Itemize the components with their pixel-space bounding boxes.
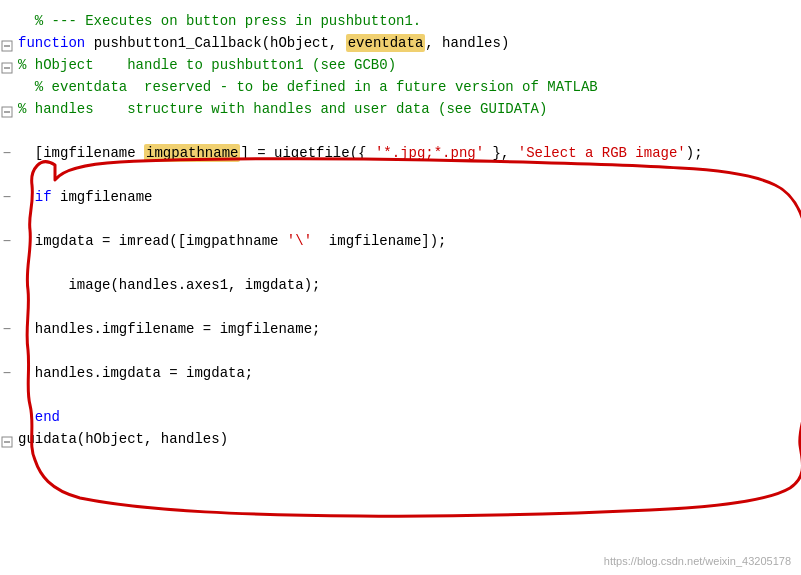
fold-indicator: – bbox=[0, 186, 14, 208]
fold-indicator bbox=[0, 32, 14, 54]
code-line: % eventdata reserved - to be defined in … bbox=[0, 76, 801, 98]
line-content: imgdata = imread([imgpathname '\' imgfil… bbox=[14, 230, 801, 252]
code-token: % handles structure with handles and use… bbox=[18, 101, 547, 117]
code-token: imgdata = imread([imgpathname bbox=[35, 233, 287, 249]
code-token: , handles) bbox=[425, 35, 509, 51]
code-token: image(handles.axes1, imgdata); bbox=[68, 277, 320, 293]
code-token: '*.jpg;*.png' bbox=[366, 145, 492, 161]
code-line: – handles.imgfilename = imgfilename; bbox=[0, 318, 801, 340]
code-line bbox=[0, 296, 801, 318]
code-line bbox=[0, 164, 801, 186]
code-line: function pushbutton1_Callback(hObject, e… bbox=[0, 32, 801, 54]
code-line: end bbox=[0, 406, 801, 428]
code-token: handles.imgfilename = imgfilename; bbox=[35, 321, 321, 337]
code-token: [imgfilename bbox=[35, 145, 144, 161]
code-line: – [imgfilename imgpathname] = uigetfile(… bbox=[0, 142, 801, 164]
line-content: if imgfilename bbox=[14, 186, 801, 208]
code-line bbox=[0, 384, 801, 406]
code-token: imgfilename]); bbox=[320, 233, 446, 249]
code-token: guidata(hObject, handles) bbox=[18, 431, 228, 447]
line-content: % eventdata reserved - to be defined in … bbox=[14, 76, 801, 98]
line-content: handles.imgfilename = imgfilename; bbox=[14, 318, 801, 340]
code-token: ] = uigetfile({ bbox=[240, 145, 366, 161]
fold-indicator: – bbox=[0, 142, 14, 164]
code-line: – if imgfilename bbox=[0, 186, 801, 208]
code-line bbox=[0, 208, 801, 230]
line-content: % handles structure with handles and use… bbox=[14, 98, 801, 120]
line-content: end bbox=[14, 406, 801, 428]
fold-indicator: – bbox=[0, 230, 14, 252]
code-editor: % --- Executes on button press in pushbu… bbox=[0, 0, 801, 575]
code-token: % hObject handle to pushbutton1 (see GCB… bbox=[18, 57, 396, 73]
code-line: guidata(hObject, handles) bbox=[0, 428, 801, 450]
code-line: % hObject handle to pushbutton1 (see GCB… bbox=[0, 54, 801, 76]
code-token: handles.imgdata = imgdata; bbox=[35, 365, 253, 381]
line-content: % --- Executes on button press in pushbu… bbox=[14, 10, 801, 32]
code-token: function bbox=[18, 35, 94, 51]
fold-indicator bbox=[0, 98, 14, 120]
code-token: pushbutton1_Callback bbox=[94, 35, 262, 51]
code-token: % eventdata reserved - to be defined in … bbox=[35, 79, 598, 95]
code-line: – imgdata = imread([imgpathname '\' imgf… bbox=[0, 230, 801, 252]
line-content: function pushbutton1_Callback(hObject, e… bbox=[14, 32, 801, 54]
watermark: https://blog.csdn.net/weixin_43205178 bbox=[604, 555, 791, 567]
line-content: handles.imgdata = imgdata; bbox=[14, 362, 801, 384]
line-content: image(handles.axes1, imgdata); bbox=[14, 274, 801, 296]
code-line: % --- Executes on button press in pushbu… bbox=[0, 10, 801, 32]
line-content: % hObject handle to pushbutton1 (see GCB… bbox=[14, 54, 801, 76]
fold-indicator bbox=[0, 428, 14, 450]
code-line: image(handles.axes1, imgdata); bbox=[0, 274, 801, 296]
code-line bbox=[0, 120, 801, 142]
code-token: (hObject, bbox=[262, 35, 346, 51]
code-line: – handles.imgdata = imgdata; bbox=[0, 362, 801, 384]
code-token: % --- Executes on button press in pushbu… bbox=[35, 13, 421, 29]
code-token: if bbox=[35, 189, 52, 205]
highlighted-token: eventdata bbox=[346, 34, 426, 52]
code-token: ); bbox=[686, 145, 703, 161]
code-line bbox=[0, 252, 801, 274]
highlighted-token: imgpathname bbox=[144, 144, 240, 162]
code-line: % handles structure with handles and use… bbox=[0, 98, 801, 120]
code-token: '\' bbox=[287, 233, 321, 249]
code-line bbox=[0, 340, 801, 362]
code-token: imgfilename bbox=[52, 189, 153, 205]
line-content: [imgfilename imgpathname] = uigetfile({ … bbox=[14, 142, 801, 164]
fold-indicator: – bbox=[0, 318, 14, 340]
fold-indicator: – bbox=[0, 362, 14, 384]
code-token: 'Select a RGB image' bbox=[518, 145, 686, 161]
fold-indicator bbox=[0, 54, 14, 76]
code-token: }, bbox=[493, 145, 518, 161]
line-content: guidata(hObject, handles) bbox=[14, 428, 801, 450]
code-token: end bbox=[35, 409, 60, 425]
